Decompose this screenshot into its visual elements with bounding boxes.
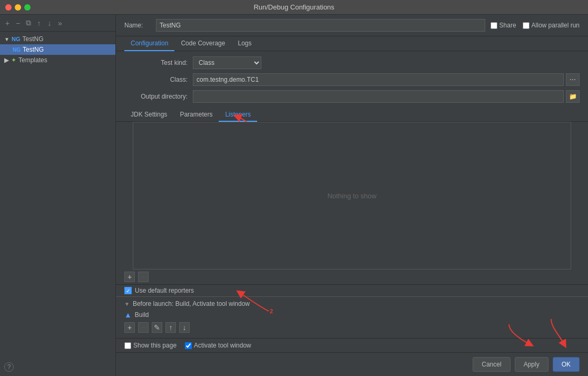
bottom-buttons: Cancel Apply OK <box>116 352 588 376</box>
before-launch-section: ▼ Before launch: Build, Activate tool wi… <box>116 296 588 338</box>
listeners-empty-text: Nothing to show <box>327 192 376 200</box>
before-launch-title: Before launch: Build, Activate tool wind… <box>133 300 250 307</box>
arrow-down-icon[interactable]: ↓ <box>45 19 54 27</box>
default-reporters-row: ✓ Use default reporters 2 <box>116 284 588 296</box>
maximize-button[interactable] <box>24 4 31 11</box>
before-launch-up-button[interactable]: ↑ <box>165 322 176 333</box>
sidebar-tree: ▼ NG TestNG NG TestNG ▶ ✦ Templates <box>0 32 115 376</box>
top-right-options: Share Allow parallel run <box>491 22 580 29</box>
activate-tool-option[interactable]: Activate tool window <box>185 342 251 349</box>
testng-group-icon: NG <box>12 36 21 42</box>
tree-item-templates[interactable]: ▶ ✦ Templates <box>0 55 115 65</box>
activate-tool-checkbox[interactable] <box>185 342 192 349</box>
add-listener-button[interactable]: + <box>124 272 135 282</box>
class-control: ⋯ <box>193 73 580 86</box>
add-config-icon[interactable]: + <box>3 19 12 27</box>
before-launch-add-button[interactable]: + <box>124 322 135 333</box>
before-launch-collapse-icon[interactable]: ▼ <box>124 301 130 307</box>
cancel-button[interactable]: Cancel <box>473 357 510 372</box>
share-checkbox[interactable] <box>491 22 497 29</box>
name-input[interactable] <box>156 19 485 32</box>
main-layout: + − ⧉ ↑ ↓ » ▼ NG TestNG NG TestNG ▶ ✦ T <box>0 15 588 376</box>
before-launch-remove-button[interactable]: − <box>138 322 149 333</box>
copy-config-icon[interactable]: ⧉ <box>24 19 33 27</box>
minimize-button[interactable] <box>15 4 21 11</box>
testng-item-icon: NG <box>13 47 21 53</box>
class-label: Class: <box>124 76 188 83</box>
class-input[interactable] <box>193 73 564 86</box>
output-dir-control: 📁 <box>193 90 580 103</box>
test-kind-label: Test kind: <box>124 59 188 66</box>
output-dir-label: Output directory: <box>124 93 188 100</box>
title-bar: Run/Debug Configurations <box>0 0 588 15</box>
sub-tab-parameters[interactable]: Parameters <box>173 108 219 122</box>
tree-arrow-templates: ▶ <box>4 56 9 64</box>
default-reporters-checkbox[interactable]: ✓ <box>124 287 132 294</box>
default-reporters-label: Use default reporters <box>135 287 194 294</box>
tree-item-testng[interactable]: NG TestNG <box>0 44 115 55</box>
name-label: Name: <box>124 22 151 29</box>
sub-tab-jdk-settings[interactable]: JDK Settings <box>124 108 173 122</box>
sub-tabs-row: JDK Settings Parameters Listeners 1 <box>116 108 588 122</box>
share-checkbox-label[interactable]: Share <box>491 22 516 29</box>
arrow-up-icon[interactable]: ↑ <box>35 19 43 27</box>
class-row: Class: ⋯ <box>124 73 580 86</box>
output-dir-input[interactable] <box>193 90 564 103</box>
tree-group-testng-label: TestNG <box>23 35 44 43</box>
sidebar: + − ⧉ ↑ ↓ » ▼ NG TestNG NG TestNG ▶ ✦ T <box>0 15 116 376</box>
show-page-option[interactable]: Show this page <box>124 342 177 349</box>
tree-arrow-testng: ▼ <box>4 36 9 42</box>
before-launch-toolbar: + − ✎ ↑ ↓ <box>124 320 580 335</box>
tab-code-coverage[interactable]: Code Coverage <box>174 36 231 51</box>
window-title: Run/Debug Configurations <box>253 3 334 11</box>
allow-parallel-checkbox[interactable] <box>523 22 530 29</box>
output-dir-browse-button[interactable]: 📁 <box>566 90 580 103</box>
allow-parallel-label: Allow parallel run <box>532 22 580 29</box>
before-launch-edit-button[interactable]: ✎ <box>152 322 162 333</box>
main-tabs-row: Configuration Code Coverage Logs <box>116 36 588 51</box>
class-browse-button[interactable]: ⋯ <box>566 73 580 86</box>
close-button[interactable] <box>5 4 12 11</box>
apply-button[interactable]: Apply <box>515 357 548 372</box>
tree-item-templates-label: Templates <box>18 56 47 64</box>
listeners-toolbar: + − <box>116 269 588 284</box>
tab-logs[interactable]: Logs <box>231 36 258 51</box>
sub-tab-listeners[interactable]: Listeners <box>219 108 257 122</box>
build-item: ▲ Build <box>124 310 580 320</box>
remove-config-icon[interactable]: − <box>14 19 22 27</box>
name-row: Name: Share Allow parallel run <box>116 15 588 36</box>
before-launch-down-button[interactable]: ↓ <box>179 322 190 333</box>
show-page-checkbox[interactable] <box>124 342 131 349</box>
more-icon[interactable]: » <box>56 19 64 27</box>
test-kind-select[interactable]: Class <box>193 56 261 69</box>
tab-configuration[interactable]: Configuration <box>124 36 174 51</box>
show-page-label: Show this page <box>133 342 177 349</box>
share-label: Share <box>499 22 516 29</box>
listeners-wrapper: Nothing to show <box>116 122 588 269</box>
remove-listener-button[interactable]: − <box>138 272 149 282</box>
bottom-options: Show this page Activate tool window <box>116 338 588 352</box>
tree-group-testng[interactable]: ▼ NG TestNG <box>0 34 115 44</box>
window-controls <box>5 4 31 11</box>
config-form: Test kind: Class Class: ⋯ Output directo… <box>116 51 588 108</box>
templates-icon: ✦ <box>11 56 16 64</box>
tree-item-testng-label: TestNG <box>23 46 44 53</box>
before-launch-header: ▼ Before launch: Build, Activate tool wi… <box>124 300 580 307</box>
output-dir-row: Output directory: 📁 <box>124 90 580 103</box>
test-kind-control: Class <box>193 56 580 69</box>
help-icon[interactable]: ? <box>4 362 14 372</box>
activate-tool-label: Activate tool window <box>194 342 251 349</box>
build-label: Build <box>135 311 149 319</box>
ok-button[interactable]: OK <box>553 357 580 372</box>
allow-parallel-checkbox-label[interactable]: Allow parallel run <box>523 22 580 29</box>
content-area: Name: Share Allow parallel run Configura… <box>116 15 588 376</box>
sidebar-toolbar: + − ⧉ ↑ ↓ » <box>0 15 115 32</box>
build-icon: ▲ <box>124 311 132 319</box>
test-kind-row: Test kind: Class <box>124 56 580 69</box>
listeners-area: Nothing to show <box>133 122 571 269</box>
